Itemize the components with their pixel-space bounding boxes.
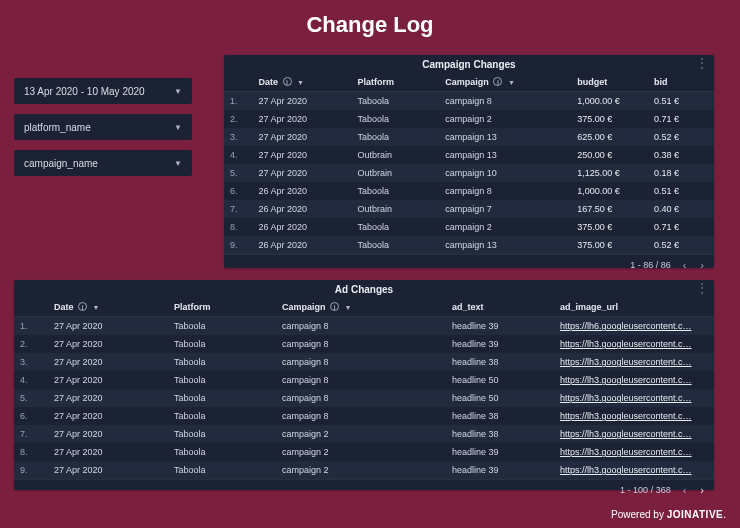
campaign-value: campaign_name bbox=[24, 158, 98, 169]
table-row[interactable]: 9.26 Apr 2020Taboolacampaign 13375.00 €0… bbox=[224, 236, 714, 254]
cell-bid: 0.71 € bbox=[648, 218, 714, 236]
cell-campaign: campaign 2 bbox=[276, 461, 446, 479]
col-budget[interactable]: budget bbox=[571, 73, 648, 92]
cell-platform: Taboola bbox=[168, 317, 276, 336]
col-ad-image-url[interactable]: ad_image_url bbox=[554, 298, 714, 317]
sort-desc-icon: ▼ bbox=[345, 304, 352, 311]
chevron-down-icon: ▼ bbox=[174, 159, 182, 168]
table-row[interactable]: 1.27 Apr 2020Taboolacampaign 81,000.00 €… bbox=[224, 92, 714, 111]
campaign-changes-panel: Campaign Changes ⋮ Date i ▼ Platform Cam… bbox=[224, 55, 714, 268]
row-index: 8. bbox=[224, 218, 253, 236]
cell-ad-image-url: https://lh3.googleusercontent.c… bbox=[554, 407, 714, 425]
cell-ad-image-url: https://lh6.googleusercontent.c… bbox=[554, 317, 714, 336]
cell-date: 27 Apr 2020 bbox=[48, 353, 168, 371]
prev-page-icon[interactable]: ‹ bbox=[681, 259, 689, 271]
cell-platform: Taboola bbox=[168, 461, 276, 479]
sort-desc-icon: ▼ bbox=[508, 79, 515, 86]
next-page-icon[interactable]: › bbox=[698, 484, 706, 496]
table-row[interactable]: 8.26 Apr 2020Taboolacampaign 2375.00 €0.… bbox=[224, 218, 714, 236]
row-index: 5. bbox=[14, 389, 48, 407]
col-ad-text[interactable]: ad_text bbox=[446, 298, 554, 317]
info-icon[interactable]: i bbox=[78, 302, 87, 311]
table-row[interactable]: 8.27 Apr 2020Taboolacampaign 2headline 3… bbox=[14, 443, 714, 461]
table-row[interactable]: 4.27 Apr 2020Taboolacampaign 8headline 5… bbox=[14, 371, 714, 389]
table-row[interactable]: 7.26 Apr 2020Outbraincampaign 7167.50 €0… bbox=[224, 200, 714, 218]
cell-platform: Taboola bbox=[351, 236, 439, 254]
cell-bid: 0.51 € bbox=[648, 92, 714, 111]
ad-image-link[interactable]: https://lh3.googleusercontent.c… bbox=[560, 375, 692, 385]
table-row[interactable]: 2.27 Apr 2020Taboolacampaign 8headline 3… bbox=[14, 335, 714, 353]
info-icon[interactable]: i bbox=[330, 302, 339, 311]
ad-image-link[interactable]: https://lh6.googleusercontent.c… bbox=[560, 321, 692, 331]
table-row[interactable]: 9.27 Apr 2020Taboolacampaign 2headline 3… bbox=[14, 461, 714, 479]
cell-ad-image-url: https://lh3.googleusercontent.c… bbox=[554, 353, 714, 371]
table-row[interactable]: 1.27 Apr 2020Taboolacampaign 8headline 3… bbox=[14, 317, 714, 336]
cell-budget: 1,125.00 € bbox=[571, 164, 648, 182]
ad-image-link[interactable]: https://lh3.googleusercontent.c… bbox=[560, 339, 692, 349]
cell-date: 27 Apr 2020 bbox=[253, 146, 352, 164]
platform-value: platform_name bbox=[24, 122, 91, 133]
campaign-select[interactable]: campaign_name ▼ bbox=[14, 150, 192, 176]
ad-image-link[interactable]: https://lh3.googleusercontent.c… bbox=[560, 447, 692, 457]
campaign-changes-table: Date i ▼ Platform Campaign i ▼ budget bi… bbox=[224, 73, 714, 254]
cell-campaign: campaign 8 bbox=[276, 371, 446, 389]
cell-campaign: campaign 8 bbox=[276, 389, 446, 407]
cell-campaign: campaign 2 bbox=[439, 110, 571, 128]
table-row[interactable]: 4.27 Apr 2020Outbraincampaign 13250.00 €… bbox=[224, 146, 714, 164]
kebab-menu-icon[interactable]: ⋮ bbox=[696, 282, 708, 294]
page-title: Change Log bbox=[0, 0, 740, 48]
sort-desc-icon: ▼ bbox=[297, 79, 304, 86]
prev-page-icon[interactable]: ‹ bbox=[681, 484, 689, 496]
table-row[interactable]: 3.27 Apr 2020Taboolacampaign 13625.00 €0… bbox=[224, 128, 714, 146]
cell-date: 26 Apr 2020 bbox=[253, 218, 352, 236]
cell-date: 27 Apr 2020 bbox=[253, 110, 352, 128]
cell-bid: 0.18 € bbox=[648, 164, 714, 182]
date-range-value: 13 Apr 2020 - 10 May 2020 bbox=[24, 86, 145, 97]
info-icon[interactable]: i bbox=[493, 77, 502, 86]
cell-campaign: campaign 2 bbox=[439, 218, 571, 236]
cell-ad-image-url: https://lh3.googleusercontent.c… bbox=[554, 425, 714, 443]
col-bid[interactable]: bid bbox=[648, 73, 714, 92]
table-row[interactable]: 5.27 Apr 2020Taboolacampaign 8headline 5… bbox=[14, 389, 714, 407]
table-row[interactable]: 7.27 Apr 2020Taboolacampaign 2headline 3… bbox=[14, 425, 714, 443]
row-index: 3. bbox=[14, 353, 48, 371]
ad-image-link[interactable]: https://lh3.googleusercontent.c… bbox=[560, 393, 692, 403]
cell-platform: Taboola bbox=[351, 182, 439, 200]
row-index: 5. bbox=[224, 164, 253, 182]
col-campaign[interactable]: Campaign i ▼ bbox=[439, 73, 571, 92]
cell-platform: Taboola bbox=[168, 443, 276, 461]
row-index: 3. bbox=[224, 128, 253, 146]
platform-select[interactable]: platform_name ▼ bbox=[14, 114, 192, 140]
ad-image-link[interactable]: https://lh3.googleusercontent.c… bbox=[560, 429, 692, 439]
pager: 1 - 100 / 368 ‹ › bbox=[14, 479, 714, 500]
col-date[interactable]: Date i ▼ bbox=[48, 298, 168, 317]
table-row[interactable]: 6.26 Apr 2020Taboolacampaign 81,000.00 €… bbox=[224, 182, 714, 200]
col-date[interactable]: Date i ▼ bbox=[253, 73, 352, 92]
cell-campaign: campaign 8 bbox=[439, 182, 571, 200]
cell-ad-image-url: https://lh3.googleusercontent.c… bbox=[554, 371, 714, 389]
row-index: 9. bbox=[14, 461, 48, 479]
col-campaign[interactable]: Campaign i ▼ bbox=[276, 298, 446, 317]
table-row[interactable]: 2.27 Apr 2020Taboolacampaign 2375.00 €0.… bbox=[224, 110, 714, 128]
row-index: 4. bbox=[224, 146, 253, 164]
col-platform[interactable]: Platform bbox=[351, 73, 439, 92]
ad-image-link[interactable]: https://lh3.googleusercontent.c… bbox=[560, 411, 692, 421]
table-row[interactable]: 5.27 Apr 2020Outbraincampaign 101,125.00… bbox=[224, 164, 714, 182]
ad-image-link[interactable]: https://lh3.googleusercontent.c… bbox=[560, 465, 692, 475]
kebab-menu-icon[interactable]: ⋮ bbox=[696, 57, 708, 69]
col-platform[interactable]: Platform bbox=[168, 298, 276, 317]
cell-campaign: campaign 8 bbox=[276, 407, 446, 425]
info-icon[interactable]: i bbox=[283, 77, 292, 86]
cell-campaign: campaign 8 bbox=[276, 335, 446, 353]
cell-campaign: campaign 13 bbox=[439, 128, 571, 146]
row-index: 9. bbox=[224, 236, 253, 254]
sort-desc-icon: ▼ bbox=[93, 304, 100, 311]
filters: 13 Apr 2020 - 10 May 2020 ▼ platform_nam… bbox=[14, 78, 192, 176]
ad-image-link[interactable]: https://lh3.googleusercontent.c… bbox=[560, 357, 692, 367]
chevron-down-icon: ▼ bbox=[174, 123, 182, 132]
table-row[interactable]: 3.27 Apr 2020Taboolacampaign 8headline 3… bbox=[14, 353, 714, 371]
date-range-select[interactable]: 13 Apr 2020 - 10 May 2020 ▼ bbox=[14, 78, 192, 104]
next-page-icon[interactable]: › bbox=[698, 259, 706, 271]
cell-campaign: campaign 2 bbox=[276, 443, 446, 461]
table-row[interactable]: 6.27 Apr 2020Taboolacampaign 8headline 3… bbox=[14, 407, 714, 425]
